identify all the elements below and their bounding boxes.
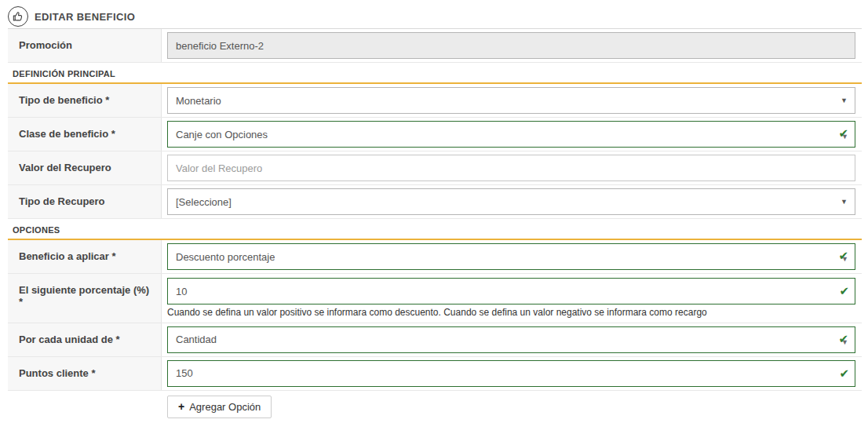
beneficio-a-aplicar-select[interactable]: Descuento porcentaje ▼ ✔ bbox=[167, 243, 855, 270]
promocion-label: Promoción bbox=[8, 29, 162, 62]
page-title: EDITAR BENEFICIO bbox=[35, 11, 135, 23]
valid-check-icon: ✔ bbox=[838, 127, 848, 139]
row-tipo-de-recupero: Tipo de Recupero [Seleccione] ▼ bbox=[8, 185, 862, 219]
puntos-cliente-label: Puntos cliente * bbox=[8, 357, 162, 390]
siguiente-porcentaje-input[interactable] bbox=[167, 278, 855, 304]
selected-value: Cantidad bbox=[176, 334, 217, 345]
clase-de-beneficio-label: Clase de beneficio * bbox=[8, 118, 162, 151]
row-por-cada-unidad: Por cada unidad de * Cantidad ▼ ✔ bbox=[8, 323, 862, 357]
por-cada-unidad-label: Por cada unidad de * bbox=[8, 323, 162, 356]
thumbs-up-icon bbox=[8, 6, 28, 27]
valid-check-icon: ✔ bbox=[838, 250, 848, 261]
beneficio-a-aplicar-label: Beneficio a aplicar * bbox=[8, 240, 162, 273]
selected-value: Canje con Opciones bbox=[176, 129, 268, 140]
benefit-form: Promoción DEFINICIÓN PRINCIPAL Tipo de b… bbox=[8, 28, 862, 423]
chevron-down-icon: ▼ bbox=[841, 199, 848, 206]
agregar-opcion-label: Agregar Opción bbox=[189, 401, 261, 413]
edit-benefit-page: EDITAR BENEFICIO Promoción DEFINICIÓN PR… bbox=[0, 0, 868, 423]
selected-value: Descuento porcentaje bbox=[176, 251, 275, 263]
row-valor-del-recupero: Valor del Recupero bbox=[8, 151, 862, 185]
section-definicion-principal: DEFINICIÓN PRINCIPAL bbox=[8, 63, 862, 84]
valor-del-recupero-input[interactable] bbox=[167, 155, 855, 181]
row-beneficio-a-aplicar: Beneficio a aplicar * Descuento porcenta… bbox=[8, 240, 862, 274]
row-puntos-cliente: Puntos cliente * ✔ bbox=[8, 357, 862, 391]
row-tipo-de-beneficio: Tipo de beneficio * Monetario ▼ bbox=[8, 84, 862, 118]
tipo-de-recupero-select[interactable]: [Seleccione] ▼ bbox=[167, 188, 855, 215]
tipo-de-recupero-label: Tipo de Recupero bbox=[8, 185, 162, 218]
valor-del-recupero-label: Valor del Recupero bbox=[8, 151, 162, 184]
valid-check-icon: ✔ bbox=[838, 333, 848, 345]
por-cada-unidad-select[interactable]: Cantidad ▼ ✔ bbox=[167, 326, 855, 353]
row-agregar-opcion: + Agregar Opción bbox=[8, 391, 862, 421]
tipo-de-beneficio-select[interactable]: Monetario ▼ bbox=[167, 87, 855, 114]
siguiente-porcentaje-label: El siguiente porcentaje (%) * bbox=[8, 274, 162, 323]
section-title: OPCIONES bbox=[13, 225, 862, 239]
chevron-down-icon: ▼ bbox=[841, 133, 848, 140]
selected-value: [Seleccione] bbox=[176, 196, 232, 208]
tipo-de-beneficio-label: Tipo de beneficio * bbox=[8, 84, 162, 117]
chevron-down-icon: ▼ bbox=[841, 339, 848, 346]
clase-de-beneficio-select[interactable]: Canje con Opciones ▼ ✔ bbox=[167, 121, 855, 148]
agregar-opcion-button[interactable]: + Agregar Opción bbox=[167, 396, 272, 418]
row-clase-de-beneficio: Clase de beneficio * Canje con Opciones … bbox=[8, 118, 862, 151]
plus-icon: + bbox=[178, 401, 184, 412]
row-siguiente-porcentaje: El siguiente porcentaje (%) * ✔ Cuando s… bbox=[8, 274, 862, 323]
section-opciones: OPCIONES bbox=[8, 219, 862, 240]
puntos-cliente-input[interactable] bbox=[167, 360, 855, 387]
row-promocion: Promoción bbox=[8, 29, 862, 63]
selected-value: Monetario bbox=[176, 95, 221, 107]
section-title: DEFINICIÓN PRINCIPAL bbox=[13, 69, 862, 82]
chevron-down-icon: ▼ bbox=[841, 256, 848, 263]
chevron-down-icon: ▼ bbox=[841, 97, 848, 104]
page-header: EDITAR BENEFICIO bbox=[0, 0, 868, 28]
porcentaje-help-text: Cuando se defina un valor positivo se in… bbox=[167, 307, 855, 319]
promocion-input bbox=[167, 32, 855, 59]
